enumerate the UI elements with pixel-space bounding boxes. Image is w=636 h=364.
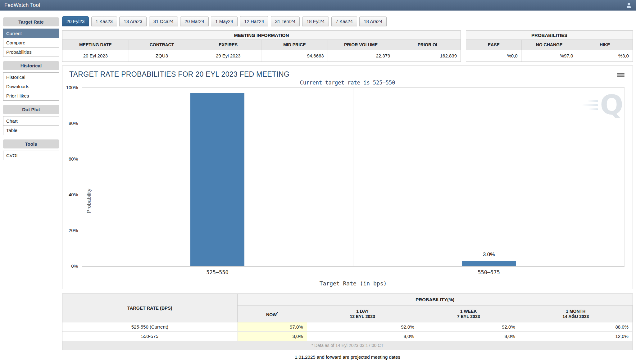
sidebar-item-downloads[interactable]: Downloads xyxy=(3,82,59,91)
sidebar-item-table[interactable]: Table xyxy=(3,125,59,135)
sidebar-section-dot-plot: Dot Plot xyxy=(3,105,59,114)
y-tick-20: 20% xyxy=(62,228,78,233)
bar xyxy=(190,93,244,266)
expires-value: 29 Eyl 2023 xyxy=(195,50,261,61)
watermark-speed-lines xyxy=(582,100,598,110)
hike-value: %3,0 xyxy=(577,50,633,61)
col-1-month: 1 MONTH14 AĞU 2023 xyxy=(519,306,633,322)
sidebar-item-cvol[interactable]: CVOL xyxy=(3,151,59,160)
contract-value: ZQU3 xyxy=(129,50,195,61)
y-tick-60: 60% xyxy=(62,156,78,162)
x-axis-title: Target Rate (in bps) xyxy=(82,280,625,287)
watermark-q-glyph: Q xyxy=(600,93,623,117)
tab-20-mar24[interactable]: 20 Mar24 xyxy=(180,16,208,26)
probability-chart: TARGET RATE PROBABILITIES FOR 20 EYL 202… xyxy=(62,66,633,289)
col-1-week: 1 WEEK7 EYL 2023 xyxy=(418,306,519,322)
tab-20-eyl23[interactable]: 20 Eyl23 xyxy=(62,16,89,26)
y-tick-100: 100% xyxy=(62,85,78,90)
col-contract: CONTRACT xyxy=(129,40,195,50)
bar-group-525-550: 97.0% xyxy=(190,88,244,266)
user-icon-head xyxy=(628,3,630,5)
gridline-vertical xyxy=(353,88,353,266)
tab-1-may24[interactable]: 1 May24 xyxy=(211,16,238,26)
tab-18-ara24[interactable]: 18 Ara24 xyxy=(359,16,387,26)
sidebar-item-current[interactable]: Current xyxy=(3,29,59,38)
row-1-day: 92,0% xyxy=(307,322,418,332)
col-mid-price: MID PRICE xyxy=(261,40,328,50)
tab-12-haz24[interactable]: 12 Haz24 xyxy=(240,16,268,26)
col-prior-volume: PRIOR VOLUME xyxy=(328,40,394,50)
tab-18-eyl24[interactable]: 18 Eyl24 xyxy=(302,16,329,26)
user-icon-body xyxy=(627,6,631,8)
y-tick-0: 0% xyxy=(62,263,78,269)
tab-7-kas24[interactable]: 7 Kas24 xyxy=(331,16,357,26)
meeting-date-value: 20 Eyl 2023 xyxy=(62,50,129,61)
y-axis-title: Probability xyxy=(86,182,92,220)
tab-13-ara23[interactable]: 13 Ara23 xyxy=(119,16,147,26)
probability-history-table: TARGET RATE (BPS) PROBABILITY(%) NOW* 1 … xyxy=(62,293,633,350)
bar-group-550-575: 3.0% xyxy=(462,88,516,266)
bar-label: 3.0% xyxy=(462,252,516,258)
chart-title: TARGET RATE PROBABILITIES FOR 20 EYL 202… xyxy=(69,70,289,79)
main-content: 20 Eyl23 1 Kas23 13 Ara23 31 Oca24 20 Ma… xyxy=(62,16,633,360)
col-prior-oi: PRIOR OI xyxy=(394,40,461,50)
sidebar-item-compare[interactable]: Compare xyxy=(3,38,59,48)
col-expires: EXPIRES xyxy=(195,40,261,50)
row-rate: 550-575 xyxy=(62,332,238,341)
tab-1-kas23[interactable]: 1 Kas23 xyxy=(91,16,117,26)
prior-oi-value: 162.839 xyxy=(394,50,461,61)
tab-31-tem24[interactable]: 31 Tem24 xyxy=(271,16,300,26)
y-tick-80: 80% xyxy=(62,121,78,126)
col-now: NOW* xyxy=(238,306,307,322)
meeting-date-tabs: 20 Eyl23 1 Kas23 13 Ara23 31 Oca24 20 Ma… xyxy=(62,16,633,27)
row-1-month: 88,0% xyxy=(519,322,633,332)
now-asterisk: * xyxy=(277,312,278,315)
sidebar-item-prior-hikes[interactable]: Prior Hikes xyxy=(3,91,59,101)
probabilities-summary-table: PROBABILITIES EASE NO CHANGE HIKE %0,0 %… xyxy=(466,30,633,62)
row-1-week: 92,0% xyxy=(418,322,519,332)
prior-volume-value: 22.379 xyxy=(328,50,394,61)
sidebar-item-chart[interactable]: Chart xyxy=(3,116,59,126)
quikstrike-watermark-icon: Q xyxy=(582,93,623,117)
row-now: 97,0% xyxy=(238,322,307,332)
sidebar-section-historical: Historical xyxy=(3,61,59,70)
row-1-day: 8,0% xyxy=(307,332,418,341)
sidebar: Target Rate Current Compare Probabilitie… xyxy=(3,16,59,160)
probabilities-title: PROBABILITIES xyxy=(466,31,633,40)
row-1-week: 8,0% xyxy=(418,332,519,341)
col-ease: EASE xyxy=(466,40,522,50)
probability-pct-header: PROBABILITY(%) xyxy=(238,294,633,306)
meeting-information-table: MEETING INFORMATION MEETING DATE CONTRAC… xyxy=(62,30,461,62)
mid-price-value: 94,6663 xyxy=(261,50,328,61)
plot-area: 0% 20% 40% 60% 80% 100% Probability Q 97… xyxy=(82,87,625,266)
chart-menu-icon[interactable] xyxy=(617,73,625,78)
col-meeting-date: MEETING DATE xyxy=(62,40,129,50)
meeting-information-title: MEETING INFORMATION xyxy=(62,31,461,40)
app-header: FedWatch Tool xyxy=(0,0,636,11)
y-tick-40: 40% xyxy=(62,192,78,198)
x-category-525-550: 525–550 xyxy=(206,269,229,275)
col-1-day: 1 DAY12 EYL 2023 xyxy=(307,306,418,322)
ease-value: %0,0 xyxy=(466,50,522,61)
sidebar-section-target-rate: Target Rate xyxy=(3,17,59,26)
sidebar-item-probabilities[interactable]: Probabilities xyxy=(3,47,59,57)
tab-31-oca24[interactable]: 31 Oca24 xyxy=(149,16,178,26)
gridline-vertical xyxy=(624,88,625,266)
col-hike: HIKE xyxy=(577,40,633,50)
x-category-550-575: 550–575 xyxy=(478,269,500,275)
row-now: 3,0% xyxy=(238,332,307,341)
sidebar-section-tools: Tools xyxy=(3,139,59,148)
row-1-month: 12,0% xyxy=(519,332,633,341)
sidebar-item-historical[interactable]: Historical xyxy=(3,72,59,82)
chart-subtitle: Current target rate is 525–550 xyxy=(62,80,633,86)
no-change-value: %97,0 xyxy=(522,50,577,61)
app-title: FedWatch Tool xyxy=(4,2,40,8)
bar xyxy=(462,261,516,266)
data-as-of-note: * Data as of 14 Eyl 2023 03:17:00 CT xyxy=(62,341,633,350)
projection-note: 1.01.2025 and forward are projected meet… xyxy=(62,354,633,360)
col-no-change: NO CHANGE xyxy=(522,40,577,50)
x-axis-labels: 525–550 550–575 xyxy=(82,269,625,276)
user-icon[interactable] xyxy=(626,2,632,8)
target-rate-bps-header: TARGET RATE (BPS) xyxy=(62,294,238,322)
row-rate: 525-550 (Current) xyxy=(62,322,238,332)
